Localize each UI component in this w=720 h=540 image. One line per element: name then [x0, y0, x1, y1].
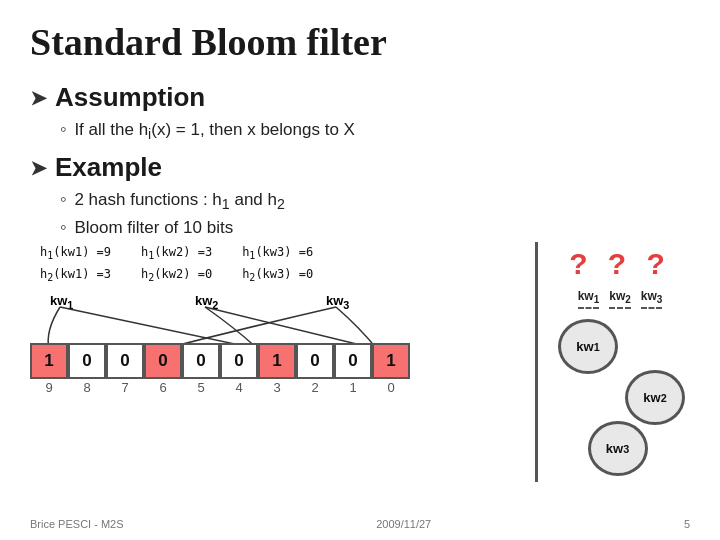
kw1-circle: kw1: [558, 319, 618, 374]
index-8: 8: [68, 378, 106, 398]
hash-col-kw1: h1(kw1) =9h2(kw1) =3: [40, 242, 111, 287]
bit-cell-3: 1: [258, 343, 296, 379]
kw3-right-label: kw3: [641, 289, 663, 309]
footer-author: Brice PESCI - M2S: [30, 518, 124, 530]
bit-cell-1: 0: [334, 343, 372, 379]
example-item-1: 2 hash functions : h1 and h2: [60, 189, 690, 212]
index-0: 0: [372, 378, 410, 398]
kw-labels-right: kw1 kw2 kw3: [578, 289, 663, 309]
bit-cell-0: 1: [372, 343, 410, 379]
slide: Standard Bloom filter Assumption If all …: [0, 0, 720, 540]
diagram-area: h1(kw1) =9h2(kw1) =3 h1(kw2) =3h2(kw2) =…: [30, 242, 690, 482]
example-heading: Example: [30, 152, 690, 183]
index-row: 9 8 7 6 5 4 3 2 1 0: [30, 378, 525, 398]
kw2-right-label: kw2: [609, 289, 631, 309]
question-marks: ? ? ?: [569, 247, 671, 281]
bit-cell-6: 0: [144, 343, 182, 379]
index-1: 1: [334, 378, 372, 398]
bit-cell-9: 1: [30, 343, 68, 379]
right-panel: ? ? ? kw1 kw2 kw3 kw1 kw2 kw3: [535, 242, 690, 482]
kw1-right-label: kw1: [578, 289, 600, 309]
bit-array: 1 0 0 0 0 0 1 0 0 1: [30, 343, 410, 379]
index-5: 5: [182, 378, 220, 398]
kw2-circle: kw2: [625, 370, 685, 425]
hash-col-kw2: h1(kw2) =3h2(kw2) =0: [141, 242, 212, 287]
bit-cell-4: 0: [220, 343, 258, 379]
assumption-heading: Assumption: [30, 82, 690, 113]
main-left-panel: h1(kw1) =9h2(kw1) =3 h1(kw2) =3h2(kw2) =…: [30, 242, 525, 482]
footer: Brice PESCI - M2S 2009/11/27 5: [0, 518, 720, 530]
bit-cell-8: 0: [68, 343, 106, 379]
bit-cell-2: 0: [296, 343, 334, 379]
index-4: 4: [220, 378, 258, 398]
assumption-item-1: If all the hi(x) = 1, then x belongs to …: [60, 119, 690, 142]
bit-cell-5: 0: [182, 343, 220, 379]
bit-cell-7: 0: [106, 343, 144, 379]
kw-circles: kw1 kw2 kw3: [550, 319, 690, 482]
slide-title: Standard Bloom filter: [30, 20, 690, 64]
hash-col-kw3: h1(kw3) =6h2(kw3) =0: [242, 242, 313, 287]
index-6: 6: [144, 378, 182, 398]
index-3: 3: [258, 378, 296, 398]
index-9: 9: [30, 378, 68, 398]
example-item-2: Bloom filter of 10 bits: [60, 217, 690, 238]
kw3-circle: kw3: [588, 421, 648, 476]
hash-info-cols: h1(kw1) =9h2(kw1) =3 h1(kw2) =3h2(kw2) =…: [40, 242, 525, 287]
index-2: 2: [296, 378, 334, 398]
array-with-arrows: kw1 kw2 kw3: [30, 293, 415, 378]
footer-page: 5: [684, 518, 690, 530]
footer-date: 2009/11/27: [376, 518, 431, 530]
index-7: 7: [106, 378, 144, 398]
